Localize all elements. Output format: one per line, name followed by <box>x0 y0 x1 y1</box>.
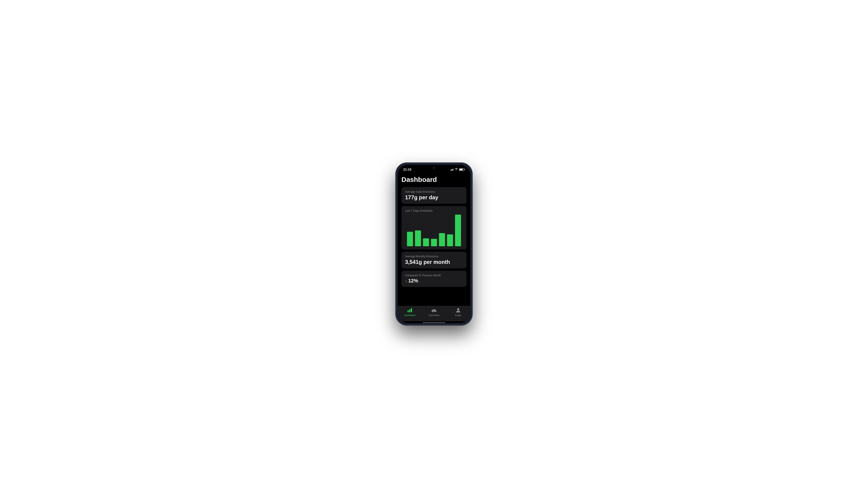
phone-frame: 21:10 <box>396 163 472 325</box>
home-indicator <box>423 322 445 323</box>
page-title: Dashboard <box>401 176 467 184</box>
battery-icon <box>459 168 465 171</box>
chart-svg <box>406 215 462 246</box>
svg-rect-6 <box>455 215 461 246</box>
signal-icon <box>450 168 454 170</box>
notch-camera <box>433 167 435 169</box>
svg-rect-0 <box>407 232 413 246</box>
status-icons <box>450 168 465 171</box>
svg-rect-13 <box>432 310 433 311</box>
average-daily-card: Average Daily Emissions 177g per day <box>401 187 467 204</box>
bar-chart-icon <box>407 308 412 313</box>
chart-card: Last 7 Days Emissions <box>401 206 467 250</box>
average-daily-value: 177g per day <box>405 194 463 201</box>
svg-rect-7 <box>408 311 409 312</box>
wifi-icon <box>455 168 458 171</box>
svg-rect-9 <box>411 308 412 312</box>
svg-point-11 <box>432 311 433 312</box>
svg-rect-10 <box>432 311 436 312</box>
svg-rect-5 <box>447 234 453 247</box>
tab-dashboard[interactable]: Dashboard <box>398 308 422 317</box>
tab-commutes[interactable]: Commutes <box>422 308 446 317</box>
tab-bar: Dashboard Commutes <box>398 306 470 321</box>
person-icon <box>456 308 460 314</box>
phone-mockup: 21:10 <box>396 163 472 325</box>
svg-point-12 <box>435 311 436 312</box>
bar-chart <box>405 215 463 246</box>
svg-rect-4 <box>439 233 445 246</box>
tab-commutes-label: Commutes <box>429 314 439 317</box>
notch <box>421 165 447 171</box>
comparison-label: Compared To Previous Month <box>405 274 463 277</box>
svg-rect-1 <box>415 230 421 246</box>
status-time: 21:10 <box>403 168 411 171</box>
svg-rect-8 <box>409 309 410 312</box>
phone-screen: 21:10 <box>398 165 470 323</box>
svg-rect-14 <box>435 310 436 311</box>
app-content[interactable]: Dashboard Average Daily Emissions 177g p… <box>398 172 470 306</box>
comparison-value: ↓ 12% <box>405 278 463 284</box>
chart-label: Last 7 Days Emissions <box>405 209 463 213</box>
svg-point-15 <box>457 308 459 311</box>
comparison-percent: 12% <box>408 278 418 284</box>
average-monthly-value: 3,541g per month <box>405 259 463 265</box>
car-icon <box>431 308 437 313</box>
tab-profile-label: Profile <box>455 314 461 317</box>
average-monthly-card: Average Monthly Emissions 3,541g per mon… <box>401 252 467 268</box>
svg-rect-3 <box>431 239 437 246</box>
tab-dashboard-label: Dashboard <box>404 314 415 317</box>
svg-rect-2 <box>423 238 429 246</box>
tab-profile[interactable]: Profile <box>446 308 470 317</box>
status-bar: 21:10 <box>398 165 470 172</box>
comparison-card: Compared To Previous Month ↓ 12% <box>401 271 467 287</box>
average-monthly-label: Average Monthly Emissions <box>405 255 463 258</box>
average-daily-label: Average Daily Emissions <box>405 190 463 193</box>
down-arrow-icon: ↓ <box>405 278 407 284</box>
